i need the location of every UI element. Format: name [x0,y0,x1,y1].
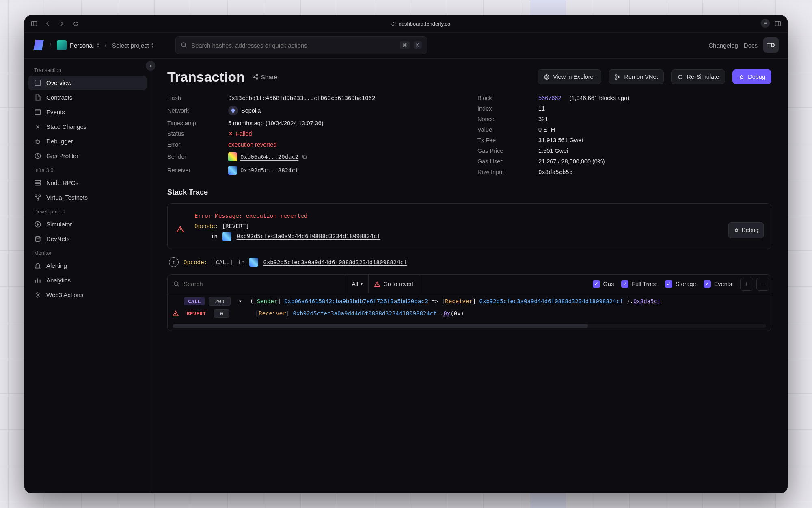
docs-link[interactable]: Docs [744,42,758,49]
trace-panel: All▾ Go to revert ✓Gas ✓Full Trace ✓Stor… [167,274,771,331]
x-icon: ✕ [228,130,233,137]
trace-search-input[interactable] [184,280,340,287]
debug-button[interactable]: Debug [732,69,771,84]
changelog-link[interactable]: Changelog [708,42,738,49]
trace-search[interactable] [168,280,346,287]
search-input[interactable] [191,42,396,49]
tenderly-logo-icon[interactable] [33,40,44,50]
meta-label: Hash [167,95,228,101]
sidebar-group-infra: Infra 3.0 [28,163,147,176]
sidebar-item-debugger[interactable]: Debugger [28,134,147,149]
resimulate-button[interactable]: Re-Simulate [671,69,725,84]
status-text: Failed [236,130,252,137]
tx-timestamp: 5 months ago (10/04/2024 13:07:36) [228,120,461,126]
app-window: dashboard.tenderly.co ≡ / Personal ▴▾ / … [24,15,788,493]
sidebar-item-gas-profiler[interactable]: Gas Profiler [28,149,147,163]
horizontal-scrollbar[interactable] [173,324,766,328]
tx-meta: Hash 0x13cebd1fc4568fd9b233...cf060cd613… [167,95,771,175]
reload-icon[interactable] [71,19,80,28]
trace-rows: CALL 203 ▾ ([Sender] 0xb06a64615842cba9b… [168,293,771,323]
sidebar-item-simulator[interactable]: Simulator [28,217,147,232]
tx-block: 5667662 (1,046,661 blocks ago) [538,95,771,101]
chevron-down-icon[interactable]: ▾ [235,298,246,304]
project-switcher[interactable]: Select project ▴▾ [112,42,153,49]
nav-back-icon[interactable] [43,19,53,28]
check-gas[interactable]: ✓Gas [593,280,614,288]
receiver-address[interactable]: 0xb92d5cfec3a0a9d44d6f0888d3234d18098824… [479,298,623,304]
opcode-value: [CALL] [212,259,233,265]
copy-icon[interactable] [302,154,307,160]
receiver-address[interactable]: 0xb92d5c...8824cf [240,167,298,174]
sidebar-item-web3-actions[interactable]: Web3 Actions [28,288,147,302]
search-icon [173,281,179,287]
stack-debug-button[interactable]: Debug [728,222,764,238]
meta-label: Status [167,130,228,137]
btn-label: View in Explorer [553,74,596,80]
sidebar-item-node-rpcs[interactable]: Node RPCs [28,176,147,190]
svg-rect-0 [32,22,37,26]
view-explorer-button[interactable]: View in Explorer [538,69,602,84]
sidebar-item-label: Node RPCs [46,179,78,186]
trace-filter-select[interactable]: All▾ [346,275,369,293]
sidebar-item-overview[interactable]: Overview [28,76,147,90]
sidebar-item-virtual-testnets[interactable]: Virtual Testnets [28,190,147,205]
trace-row-call[interactable]: CALL 203 ▾ ([Sender] 0xb06a64615842cba9b… [173,295,766,307]
sender-address[interactable]: 0xb06a64...20dac2 [240,154,298,160]
svg-point-24 [740,76,743,79]
bug-icon [734,227,739,233]
svg-point-22 [615,78,617,79]
goto-revert-button[interactable]: Go to revert [369,275,419,293]
paren: ). [626,298,633,304]
receiver-tag: Receiver [259,310,286,317]
arrow-up-icon[interactable]: ↑ [169,257,179,267]
nav-forward-icon[interactable] [57,19,67,28]
kbd-k: K [414,41,422,49]
block-suffix: (1,046,661 blocks ago) [569,95,629,101]
run-vnet-button[interactable]: Run on VNet [609,69,664,84]
svg-rect-25 [304,156,307,159]
identicon-icon [228,152,237,161]
selector-hex[interactable]: 0x8da5ct [633,298,661,304]
sidebar-item-state-changes[interactable]: State Changes [28,119,147,134]
network-name: Sepolia [241,107,261,114]
share-label: Share [261,74,277,80]
block-link[interactable]: 5667662 [538,95,561,101]
stack-address[interactable]: 0xb92d5cfec3a0a9d44d6f0888d3234d18098824… [237,233,380,239]
url-bar[interactable]: dashboard.tenderly.co [84,21,757,27]
check-storage[interactable]: ✓Storage [665,280,696,288]
tx-index: 11 [538,105,771,112]
sidebar-item-devnets[interactable]: DevNets [28,232,147,246]
receiver-address[interactable]: 0xb92d5cfec3a0a9d44d6f0888d3234d18098824… [293,310,437,317]
check-events[interactable]: ✓Events [704,280,732,288]
check-full-trace[interactable]: ✓Full Trace [621,280,658,288]
tx-raw-input: 0x8da5cb5b [538,169,771,175]
share-button[interactable]: Share [252,74,277,80]
sender-address[interactable]: 0xb06a64615842cba9b3bdb7e6f726f3a5bd20da… [284,298,428,304]
sidebar-item-alerting[interactable]: Alerting [28,258,147,273]
sidebar-item-contracts[interactable]: Contracts [28,90,147,105]
sender-tag: Sender [257,298,278,304]
svg-point-15 [35,236,40,238]
expand-all-button[interactable]: ＋ [740,278,753,291]
svg-point-13 [37,198,39,200]
identicon-icon [228,166,237,175]
tx-hash[interactable]: 0x13cebd1fc4568fd9b233...cf060cd61363ba1… [228,95,461,101]
global-search[interactable]: ⌘ K [175,36,427,54]
sidebar-group-development: Development [28,205,147,217]
panel-right-icon[interactable] [773,19,783,28]
extension-icon[interactable]: ≡ [761,19,770,28]
user-avatar[interactable]: TD [763,37,779,53]
sidebar-item-events[interactable]: Events [28,105,147,119]
sidebar-toggle-icon[interactable] [29,19,39,28]
sidebar-collapse-button[interactable]: ‹ [146,61,155,71]
checkbox-icon: ✓ [621,280,628,288]
collapse-all-button[interactable]: － [756,278,769,291]
call-address[interactable]: 0xb92d5cfec3a0a9d44d6f0888d3234d18098824… [263,259,407,265]
selector-hex[interactable]: 0x [443,310,450,317]
tx-gas-used: 21,267 / 28,500,000 (0%) [538,158,771,165]
sidebar-item-analytics[interactable]: Analytics [28,273,147,288]
org-switcher[interactable]: Personal ▴▾ [57,40,99,50]
trace-row-revert[interactable]: REVERT 0 [Receiver] 0xb92d5cfec3a0a9d44d… [173,307,766,319]
svg-point-21 [615,74,617,76]
identicon-icon [222,232,231,241]
